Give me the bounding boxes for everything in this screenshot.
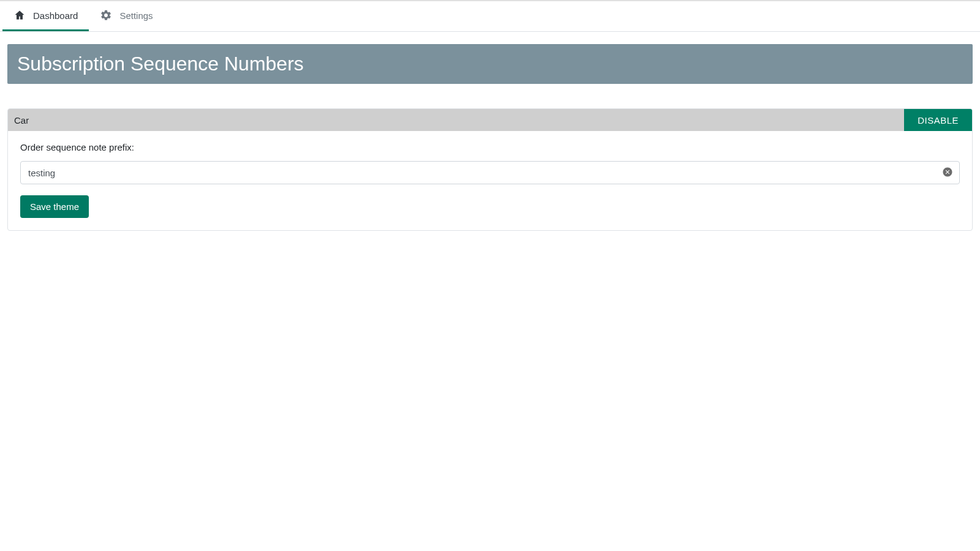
gear-icon — [100, 9, 112, 21]
tab-dashboard-label: Dashboard — [33, 10, 78, 21]
prefix-field-label: Order sequence note prefix: — [20, 142, 960, 152]
page-title-text: Subscription Sequence Numbers — [17, 53, 304, 75]
home-icon — [13, 9, 26, 21]
tab-settings-label: Settings — [119, 10, 153, 21]
tab-dashboard[interactable]: Dashboard — [2, 1, 89, 31]
page-title: Subscription Sequence Numbers — [7, 44, 973, 84]
tab-bar: Dashboard Settings — [0, 1, 980, 32]
cancel-circle-icon — [942, 167, 953, 179]
disable-button[interactable]: DISABLE — [904, 109, 972, 131]
save-theme-button[interactable]: Save theme — [20, 195, 89, 218]
clear-input-button[interactable] — [940, 165, 955, 180]
sequence-card: Car DISABLE Order sequence note prefix: … — [7, 108, 973, 231]
card-header-title: Car — [8, 109, 904, 131]
card-body: Order sequence note prefix: Save theme — [8, 131, 972, 230]
card-header: Car DISABLE — [8, 109, 972, 131]
tab-settings[interactable]: Settings — [89, 1, 164, 31]
prefix-input[interactable] — [20, 161, 960, 184]
prefix-input-wrap — [20, 161, 960, 184]
page-body: Subscription Sequence Numbers Car DISABL… — [0, 32, 980, 238]
